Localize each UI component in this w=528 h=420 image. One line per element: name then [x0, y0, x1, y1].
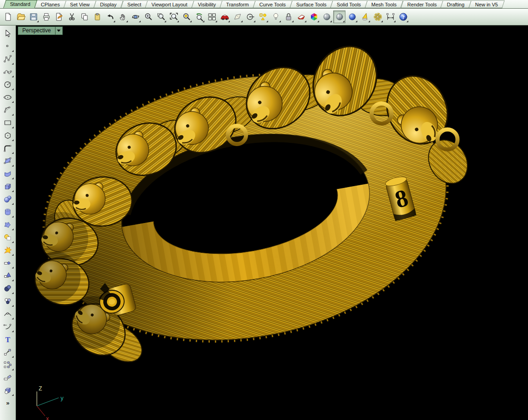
svg-text:?: ? — [402, 14, 405, 20]
edit-page-button[interactable] — [53, 10, 65, 23]
surface-from-points-button[interactable] — [2, 155, 14, 167]
spotlight-button[interactable] — [359, 10, 371, 23]
edit-points-icon — [3, 309, 12, 319]
boolean-solid-button[interactable] — [2, 385, 14, 396]
selection-filter-icon — [259, 12, 268, 21]
undo-button[interactable] — [104, 10, 116, 23]
trim-button[interactable] — [2, 257, 14, 269]
zoom-extents-button[interactable] — [168, 10, 180, 23]
fillet-curve-button[interactable] — [2, 142, 14, 154]
save-button[interactable] — [27, 10, 40, 23]
rendered-viewport-button[interactable] — [346, 10, 358, 23]
tab-viewport-layout[interactable]: Viewport Layout — [145, 0, 194, 8]
render-mesh-button[interactable] — [295, 10, 307, 23]
help-button[interactable]: ? — [397, 10, 409, 23]
cylinder-button[interactable] — [2, 206, 14, 218]
zoom-window-button[interactable] — [155, 10, 167, 23]
select-button[interactable] — [2, 28, 14, 40]
point-icon — [3, 42, 12, 51]
box-button[interactable] — [2, 181, 14, 192]
rhino-window: Standard CPlanes Set View Display Select… — [0, 0, 528, 420]
circle-icon — [3, 80, 12, 89]
save-icon — [29, 12, 38, 21]
move-icon — [3, 348, 12, 357]
shaded-viewport-button[interactable] — [320, 10, 333, 23]
ellipse-icon — [3, 93, 12, 102]
zoom-selected-button[interactable] — [180, 10, 193, 23]
circle-button[interactable] — [2, 79, 14, 91]
edit-points-button[interactable] — [2, 308, 14, 320]
axis-x-label: x — [46, 415, 49, 420]
tab-cplanes[interactable]: CPlanes — [34, 0, 66, 8]
interpolate-curve-button[interactable] — [2, 66, 14, 78]
cplane-origin-button[interactable] — [244, 10, 256, 23]
hide-show-button[interactable] — [269, 10, 282, 23]
extend-curve-button[interactable] — [2, 321, 14, 333]
patch-surface-button[interactable] — [2, 219, 14, 231]
ellipse-button[interactable] — [2, 91, 14, 103]
tab-solid-tools[interactable]: Solid Tools — [330, 0, 368, 8]
rotate-view-button[interactable] — [129, 10, 142, 23]
set-cplane-button[interactable] — [231, 10, 244, 23]
array-button[interactable] — [2, 359, 14, 371]
zoom-window-icon — [157, 12, 166, 21]
boolean-union-button[interactable] — [2, 232, 14, 243]
undo-view-button[interactable] — [193, 10, 205, 23]
zoom-dynamic-button[interactable] — [142, 10, 154, 23]
open-file-button[interactable] — [15, 10, 27, 23]
print-button[interactable] — [40, 10, 52, 23]
group-button[interactable] — [2, 295, 14, 307]
move-button[interactable] — [2, 346, 14, 358]
chevron-down-icon — [57, 30, 61, 32]
color-wheel-button[interactable] — [308, 10, 320, 23]
tab-transform[interactable]: Transform — [220, 0, 256, 8]
orient-button[interactable] — [2, 372, 14, 384]
rectangle-button[interactable] — [2, 117, 14, 129]
zoom-extents-icon — [169, 12, 178, 21]
join-button[interactable] — [2, 283, 14, 294]
split-button[interactable] — [2, 270, 14, 282]
tab-display[interactable]: Display — [94, 0, 124, 8]
viewport-canvas[interactable]: 8 Z — [16, 25, 528, 420]
cut-button[interactable] — [66, 10, 78, 23]
copy-button[interactable] — [78, 10, 91, 23]
loft-surface-button[interactable] — [2, 168, 14, 180]
text-button[interactable]: T — [2, 334, 14, 345]
arc-button[interactable] — [2, 104, 14, 116]
options-button[interactable] — [371, 10, 384, 23]
pan-button[interactable] — [117, 10, 129, 23]
polygon-button[interactable] — [2, 130, 14, 142]
spotlight-icon — [360, 12, 370, 21]
tab-drafting[interactable]: Drafting — [441, 0, 472, 8]
tab-mesh-tools[interactable]: Mesh Tools — [365, 0, 404, 8]
new-file-button[interactable] — [2, 10, 14, 23]
drive-button[interactable] — [218, 10, 231, 23]
text-icon: T — [3, 335, 12, 344]
point-button[interactable] — [2, 40, 14, 52]
tab-new-in-v5[interactable]: New in V5 — [468, 0, 505, 8]
tab-standard[interactable]: Standard — [3, 0, 37, 8]
tab-curve-tools[interactable]: Curve Tools — [253, 0, 292, 8]
viewport-title[interactable]: Perspective — [18, 26, 63, 35]
more-tools-button[interactable]: » — [3, 399, 12, 407]
viewport-layout-button[interactable] — [206, 10, 218, 23]
viewport-dropdown[interactable] — [55, 27, 62, 35]
open-file-icon — [16, 12, 25, 21]
render-mesh-icon — [297, 12, 306, 21]
sphere-button[interactable] — [2, 193, 14, 205]
dimension-icon — [386, 12, 395, 21]
dimension-button[interactable] — [384, 10, 396, 23]
tab-surface-tools[interactable]: Surface Tools — [289, 0, 333, 8]
explode-button[interactable] — [2, 244, 14, 256]
tab-select[interactable]: Select — [121, 0, 148, 8]
paste-button[interactable] — [91, 10, 103, 23]
tab-visibility[interactable]: Visibility — [191, 0, 223, 8]
tab-render-tools[interactable]: Render Tools — [401, 0, 443, 8]
axis-z-label: Z — [39, 385, 42, 392]
ghosted-viewport-button[interactable] — [333, 10, 345, 23]
lightbulb-icon — [271, 12, 280, 21]
control-point-curve-button[interactable] — [2, 53, 14, 65]
lock-button[interactable] — [282, 10, 294, 23]
selection-filter-button[interactable] — [257, 10, 269, 23]
tab-set-view[interactable]: Set View — [63, 0, 96, 8]
